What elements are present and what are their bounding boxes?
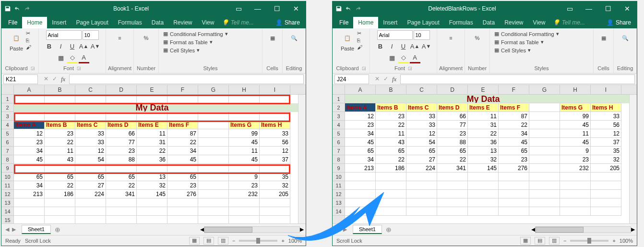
cell[interactable] bbox=[345, 181, 376, 190]
cell[interactable]: Items F bbox=[167, 121, 198, 129]
cell[interactable] bbox=[198, 207, 229, 216]
dialog-launcher-icon[interactable]: ◲ bbox=[31, 66, 35, 71]
cell[interactable] bbox=[229, 112, 260, 121]
zoom-in-button[interactable]: + bbox=[612, 238, 615, 244]
cell[interactable]: 99 bbox=[560, 112, 591, 121]
cell[interactable]: 31 bbox=[468, 121, 499, 129]
cell[interactable] bbox=[345, 207, 376, 216]
cell[interactable] bbox=[229, 198, 260, 207]
tell-me[interactable]: 💡 Tell me... bbox=[219, 17, 272, 28]
cell-styles-button[interactable]: ▦ Cell Styles ▾ bbox=[162, 47, 201, 54]
tab-formulas[interactable]: Formulas bbox=[444, 17, 478, 28]
tab-view[interactable]: View bbox=[528, 17, 550, 28]
sheet-tab[interactable]: Sheet1 bbox=[22, 225, 51, 234]
cell[interactable] bbox=[229, 216, 260, 223]
cell[interactable] bbox=[137, 164, 167, 173]
row-header[interactable]: 9 bbox=[333, 164, 345, 173]
cell[interactable]: 12 bbox=[14, 129, 45, 138]
save-icon[interactable] bbox=[4, 5, 11, 12]
fx-icon[interactable]: fx bbox=[392, 75, 396, 83]
cell[interactable]: 34 bbox=[499, 129, 529, 138]
paste-button[interactable]: 📋 Paste bbox=[9, 30, 24, 51]
tab-file[interactable]: File bbox=[334, 17, 353, 28]
ribbon-opts-icon[interactable]: ▭ bbox=[229, 1, 248, 16]
cell[interactable] bbox=[468, 198, 499, 207]
cell[interactable] bbox=[591, 173, 621, 181]
cell[interactable]: 65 bbox=[106, 173, 137, 181]
normal-view-button[interactable]: ▦ bbox=[189, 237, 200, 245]
cell[interactable] bbox=[198, 173, 229, 181]
cell[interactable]: 56 bbox=[591, 121, 621, 129]
cell[interactable] bbox=[75, 207, 106, 216]
cell[interactable]: 45 bbox=[229, 138, 260, 147]
cell[interactable]: 45 bbox=[560, 121, 591, 129]
row-header[interactable]: 3 bbox=[1, 112, 13, 121]
cell[interactable]: 65 bbox=[406, 147, 437, 155]
cell[interactable] bbox=[529, 103, 560, 112]
cell[interactable] bbox=[437, 190, 468, 198]
cell[interactable] bbox=[106, 164, 137, 173]
row-header[interactable]: 15 bbox=[1, 216, 13, 223]
bold-button[interactable]: B bbox=[44, 41, 55, 51]
cell[interactable]: 12 bbox=[260, 147, 290, 155]
editing-icon[interactable]: 🔍 bbox=[618, 30, 633, 46]
col-header[interactable]: E bbox=[468, 85, 499, 94]
tab-pagelayout[interactable]: Page Layout bbox=[71, 17, 113, 28]
cell[interactable]: Items H bbox=[260, 121, 290, 129]
cell[interactable] bbox=[529, 164, 560, 173]
font-size-combo[interactable] bbox=[414, 30, 430, 40]
cell[interactable] bbox=[14, 198, 45, 207]
tab-review[interactable]: Review bbox=[500, 17, 528, 28]
cell[interactable]: Items C bbox=[75, 121, 106, 129]
col-header[interactable]: C bbox=[75, 85, 106, 94]
cell[interactable]: 341 bbox=[437, 164, 468, 173]
cell[interactable]: 224 bbox=[75, 190, 106, 198]
cell[interactable] bbox=[468, 207, 499, 216]
cell[interactable] bbox=[437, 198, 468, 207]
italic-button[interactable]: I bbox=[387, 41, 397, 51]
cell[interactable] bbox=[499, 173, 529, 181]
cell[interactable] bbox=[260, 207, 290, 216]
cell[interactable] bbox=[529, 129, 560, 138]
col-header[interactable]: I bbox=[260, 85, 290, 94]
cell[interactable]: 77 bbox=[106, 138, 137, 147]
cell[interactable] bbox=[167, 112, 198, 121]
row-header[interactable]: 14 bbox=[333, 207, 345, 216]
tab-data[interactable]: Data bbox=[478, 17, 500, 28]
cell[interactable] bbox=[591, 207, 621, 216]
tab-home[interactable]: Home bbox=[22, 17, 47, 28]
cell[interactable] bbox=[167, 95, 198, 103]
cell[interactable]: 34 bbox=[345, 129, 376, 138]
alignment-icon[interactable]: ≡ bbox=[443, 30, 459, 46]
tab-home[interactable]: Home bbox=[353, 17, 378, 28]
fx-icon[interactable]: fx bbox=[61, 75, 65, 83]
cell[interactable]: 11 bbox=[376, 129, 406, 138]
cell[interactable]: 33 bbox=[406, 121, 437, 129]
col-header[interactable]: E bbox=[137, 85, 167, 94]
spreadsheet-grid[interactable]: ABCDEFGHI 1234567891011121314 My DataIte… bbox=[333, 85, 637, 223]
next-sheet-icon[interactable]: ▶ bbox=[12, 226, 16, 233]
select-all-corner[interactable] bbox=[333, 85, 345, 94]
cell[interactable] bbox=[406, 190, 437, 198]
cell[interactable] bbox=[591, 190, 621, 198]
cell[interactable]: 43 bbox=[376, 138, 406, 147]
cell[interactable] bbox=[14, 216, 45, 223]
row-header[interactable]: 10 bbox=[1, 173, 13, 181]
cut-icon[interactable]: ✂ bbox=[26, 30, 30, 37]
cell[interactable]: 13 bbox=[137, 173, 167, 181]
cell[interactable]: 205 bbox=[260, 190, 290, 198]
cell[interactable]: 232 bbox=[229, 190, 260, 198]
cell[interactable] bbox=[167, 164, 198, 173]
col-header[interactable]: G bbox=[529, 85, 560, 94]
cell[interactable]: 22 bbox=[45, 138, 75, 147]
cell[interactable] bbox=[529, 121, 560, 129]
cell[interactable] bbox=[376, 190, 406, 198]
cell[interactable] bbox=[499, 207, 529, 216]
cell[interactable] bbox=[75, 164, 106, 173]
cell[interactable] bbox=[468, 190, 499, 198]
cell[interactable]: 23 bbox=[437, 129, 468, 138]
cell[interactable] bbox=[529, 155, 560, 164]
cell[interactable]: Items E bbox=[137, 121, 167, 129]
cell[interactable]: 145 bbox=[137, 190, 167, 198]
cell[interactable]: 45 bbox=[167, 155, 198, 164]
